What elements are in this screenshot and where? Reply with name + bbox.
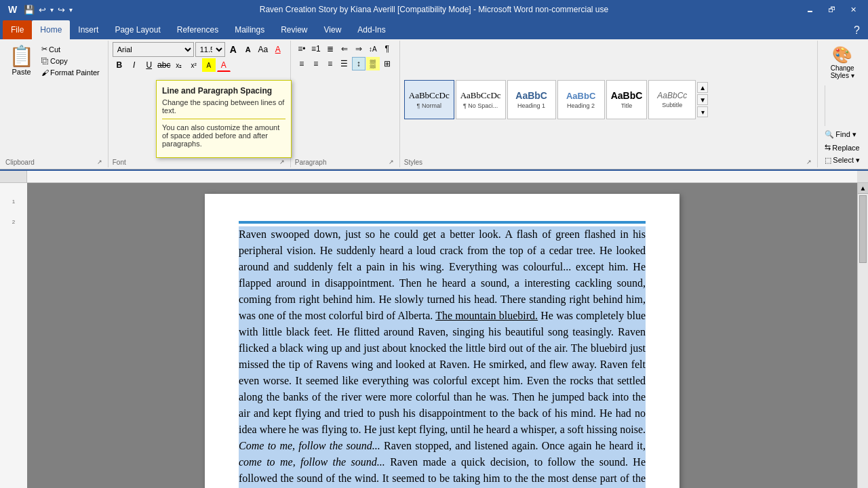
change-styles-button[interactable]: 🎨 ChangeStyles ▾ [822, 42, 863, 83]
font-row2: B I U abc x₂ x² A A [113, 58, 285, 72]
decrease-indent-button[interactable]: ⇐ [338, 42, 351, 56]
change-styles-label: ChangeStyles ▾ [831, 64, 854, 79]
clear-formatting-button[interactable]: A [271, 43, 285, 56]
paste-icon: 📋 [9, 44, 34, 68]
align-center-button[interactable]: ≡ [309, 57, 323, 70]
align-right-button[interactable]: ≡ [323, 57, 337, 70]
replace-button[interactable]: ⇆ Replace [822, 142, 863, 153]
multilevel-button[interactable]: ≣ [323, 42, 337, 56]
clipboard-expand-icon[interactable]: ↗ [97, 159, 102, 165]
italics1: Come to me, follow the sound... [239, 440, 380, 451]
subscript-button[interactable]: x₂ [172, 58, 186, 72]
style-no-spacing[interactable]: AaBbCcDc ¶ No Spaci... [456, 80, 506, 119]
doc-scroll-area: Raven swooped down, just so he could get… [27, 183, 857, 488]
scroll-up-button[interactable]: ▲ [858, 183, 868, 194]
font-shrink-button[interactable]: A [241, 43, 255, 56]
quick-customize[interactable]: ▾ [69, 6, 73, 14]
numbering-button[interactable]: ≡1 [309, 42, 323, 56]
format-painter-button[interactable]: 🖌 Format Painter [39, 67, 102, 78]
quick-undo[interactable]: ↩ [39, 5, 46, 15]
v-ruler-svg: 1 2 [0, 183, 27, 488]
ruler-corner [0, 171, 27, 182]
restore-button[interactable]: 🗗 [822, 3, 841, 16]
font-family-select[interactable]: Arial [113, 42, 194, 57]
tab-references[interactable]: References [169, 20, 226, 39]
tab-page-layout[interactable]: Page Layout [106, 20, 168, 39]
justify-button[interactable]: ☰ [338, 57, 351, 70]
find-button[interactable]: 🔍 Find ▾ [822, 129, 863, 140]
sort-button[interactable]: ↕A [366, 42, 380, 56]
underline-button[interactable]: U [142, 58, 156, 72]
tooltip-title: Line and Paragraph Spacing [162, 86, 285, 96]
styles-scroll-down[interactable]: ▼ [697, 94, 708, 105]
tab-mailings[interactable]: Mailings [226, 20, 273, 39]
font-color-button[interactable]: A [217, 58, 231, 72]
bold-button[interactable]: B [113, 58, 126, 72]
font-case-button[interactable]: Aa [256, 43, 270, 56]
font-row1: Arial 11.5 A A Aa A [113, 42, 285, 57]
tooltip-body1: Change the spacing between lines of text… [162, 98, 285, 115]
font-controls: Arial 11.5 A A Aa A B I U abc x₂ x² [113, 42, 285, 72]
italics2: come to me, follow the sound... [239, 456, 385, 468]
tab-insert[interactable]: Insert [70, 20, 106, 39]
v-ruler: 1 2 [0, 183, 27, 488]
line-spacing-button[interactable]: ↕ [352, 57, 366, 70]
h-ruler [27, 171, 857, 182]
copy-label: Copy [50, 57, 68, 65]
tab-home[interactable]: Home [32, 20, 70, 39]
title-bar: W 💾 ↩ ▾ ↪ ▾ Raven Creation Story by Kian… [0, 0, 868, 19]
scroll-thumb[interactable] [859, 195, 867, 263]
increase-indent-button[interactable]: ⇒ [352, 42, 366, 56]
find-icon: 🔍 [825, 130, 834, 139]
ribbon-tabs: File Home Insert Page Layout References … [0, 19, 868, 39]
tab-review[interactable]: Review [273, 20, 315, 39]
font-label: Font [113, 157, 126, 166]
h-ruler-area [0, 171, 868, 183]
italic-button[interactable]: I [127, 58, 141, 72]
close-button[interactable]: ✕ [844, 3, 863, 16]
tooltip-divider [162, 119, 285, 119]
cut-button[interactable]: ✂ Cut [39, 43, 102, 55]
styles-expand[interactable]: ▾ [697, 106, 708, 117]
align-left-button[interactable]: ≡ [295, 57, 309, 70]
style-heading2[interactable]: AaBbC Heading 2 [557, 80, 605, 119]
copy-button[interactable]: ⿻ Copy [39, 56, 102, 66]
ruler-svg [27, 171, 857, 182]
quick-save[interactable]: 💾 [24, 5, 35, 15]
paste-button[interactable]: 📋 Paste [5, 42, 37, 78]
style-heading1[interactable]: AaBbC Heading 1 [507, 80, 556, 119]
strikethrough-button[interactable]: abc [157, 58, 171, 72]
tab-addins[interactable]: Add-Ins [349, 20, 393, 39]
clipboard-small-buttons: ✂ Cut ⿻ Copy 🖌 Format Painter [39, 43, 102, 78]
format-painter-label: Format Painter [50, 68, 100, 77]
shading-button[interactable]: ▒ [366, 57, 380, 70]
selection-top [239, 221, 646, 224]
text-highlight-button[interactable]: A [202, 58, 216, 72]
quick-redo[interactable]: ↪ [58, 5, 65, 15]
quick-undo-arrow[interactable]: ▾ [50, 6, 54, 14]
tab-view[interactable]: View [316, 20, 350, 39]
borders-button[interactable]: ⊞ [380, 57, 394, 70]
replace-icon: ⇆ [825, 143, 831, 152]
styles-scroll: ▲ ▼ ▾ [697, 82, 708, 117]
help-icon[interactable]: ? [848, 22, 865, 39]
style-normal[interactable]: AaBbCcDc ¶ Normal [404, 80, 454, 119]
style-subtitle[interactable]: AaBbCc Subtitle [648, 80, 696, 119]
superscript-button[interactable]: x² [187, 58, 201, 72]
minimize-button[interactable]: 🗕 [800, 3, 819, 16]
style-title[interactable]: AaBbC Title [606, 80, 648, 119]
styles-expand-icon[interactable]: ↗ [806, 159, 812, 165]
font-expand-icon[interactable]: ↗ [279, 159, 285, 165]
paragraph-expand-icon[interactable]: ↗ [389, 159, 394, 165]
select-button[interactable]: ⬚ Select ▾ [822, 155, 863, 166]
select-icon: ⬚ [825, 156, 831, 165]
title-bar-left: W 💾 ↩ ▾ ↪ ▾ [5, 4, 73, 15]
font-grow-button[interactable]: A [226, 43, 240, 56]
font-size-select[interactable]: 11.5 [195, 42, 225, 57]
tab-file[interactable]: File [3, 20, 32, 39]
styles-scroll-up[interactable]: ▲ [697, 82, 708, 93]
tooltip-popup: Line and Paragraph Spacing Change the sp… [156, 80, 292, 158]
show-formatting-button[interactable]: ¶ [380, 42, 394, 56]
paste-label: Paste [12, 68, 31, 76]
bullets-button[interactable]: ≡• [295, 42, 309, 56]
